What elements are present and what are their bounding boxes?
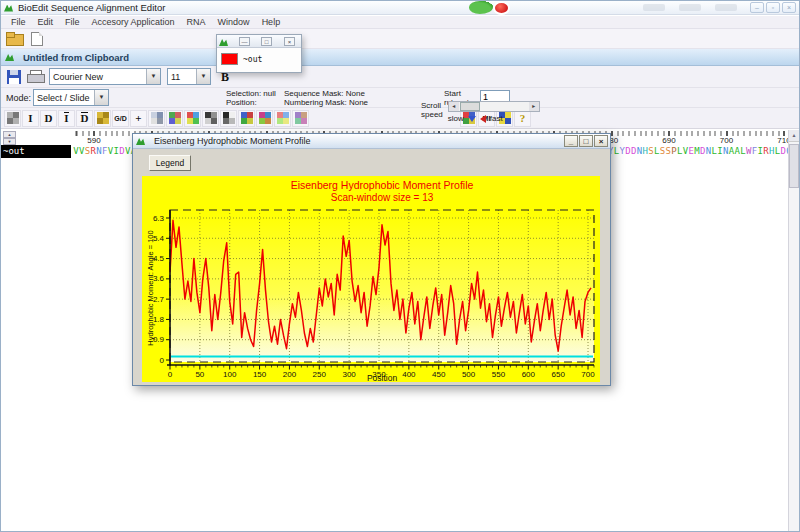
ghost-button <box>643 4 665 11</box>
blue-down-arrow-icon <box>468 116 476 122</box>
series-label: ~out <box>243 55 262 64</box>
profile-chart-svg: 00.91.82.73.64.55.46.3050100150200250300… <box>142 176 600 382</box>
legend-mini-window: — □ × ~out <box>216 34 302 73</box>
svg-text:250: 250 <box>313 370 327 379</box>
chart-title: Eisenberg Hydrophobic Moment Profile <box>291 179 474 191</box>
save-icon[interactable] <box>7 70 21 84</box>
insert-gaps-icon[interactable]: I <box>22 110 39 127</box>
sequence-mask-value: Sequence Mask: None <box>284 89 368 98</box>
menu-file2[interactable]: File <box>59 17 86 27</box>
text-highlight-icon[interactable] <box>256 110 273 127</box>
scroll-speed-slider[interactable]: ◄ ► <box>448 101 540 112</box>
selection-status: Selection: null Position: <box>226 89 276 107</box>
svg-text:6.3: 6.3 <box>153 214 165 223</box>
scroll-speed-label: Scroll speed <box>421 101 443 123</box>
sequence-toolbar: IDIDG/D+MI? <box>1 108 799 129</box>
insert-gaps-above-icon[interactable]: I <box>58 110 75 127</box>
delete-gaps-icon[interactable]: D <box>40 110 57 127</box>
scroll-up-icon[interactable]: ▲ <box>789 130 799 142</box>
menu-edit[interactable]: Edit <box>32 17 60 27</box>
handle-icon[interactable] <box>4 110 21 127</box>
menu-file[interactable]: File <box>5 17 32 27</box>
svg-text:0: 0 <box>160 356 165 365</box>
legend-button[interactable]: Legend <box>149 155 191 171</box>
close-icon[interactable]: × <box>782 2 796 13</box>
mode-statusbar: Mode: Select / Slide ▼ Selection: null P… <box>1 88 799 108</box>
overlay-ghost-toolbar <box>643 1 737 11</box>
document-title: Untitled from Clipboard <box>23 52 129 63</box>
bioedit-logo-icon <box>4 3 14 13</box>
position-value: Position: <box>226 98 276 107</box>
vertical-scrollbar[interactable]: ▲ <box>788 130 799 531</box>
split-spinner[interactable]: ▲ ▼ <box>3 131 16 145</box>
colors-swatch-icon[interactable] <box>238 110 255 127</box>
font-select-value: Courier New <box>50 72 106 82</box>
mode-label: Mode: <box>6 93 31 103</box>
svg-text:150: 150 <box>253 370 267 379</box>
slider-right-arrow-icon[interactable]: ► <box>529 102 539 111</box>
close-icon[interactable]: × <box>284 37 295 46</box>
spin-down-icon[interactable]: ▼ <box>3 138 16 145</box>
nucleotide-colors-icon[interactable] <box>184 110 201 127</box>
menu-help[interactable]: Help <box>256 17 287 27</box>
plot-titlebar[interactable]: Eisenberg Hydrophobic Moment Profile _ □… <box>133 134 610 149</box>
legend-body: ~out <box>217 48 301 72</box>
crosshair-icon[interactable]: + <box>130 110 147 127</box>
menu-window[interactable]: Window <box>212 17 256 27</box>
font-size-value: 11 <box>168 72 183 82</box>
sequence-name[interactable]: ~out <box>1 145 71 158</box>
plot-window: Eisenberg Hydrophobic Moment Profile _ □… <box>132 133 611 386</box>
shade-identities-icon[interactable] <box>202 110 219 127</box>
maximize-icon[interactable]: ▫ <box>766 2 780 13</box>
font-select[interactable]: Courier New ▼ <box>49 68 161 85</box>
menu-accessory-application[interactable]: Accesory Application <box>86 17 181 27</box>
main-toolbar <box>1 29 799 49</box>
spin-up-icon[interactable]: ▲ <box>3 131 16 138</box>
minimize-icon[interactable]: — <box>239 37 250 46</box>
svg-text:0: 0 <box>168 370 173 379</box>
svg-text:500: 500 <box>462 370 476 379</box>
black-white-icon[interactable] <box>220 110 237 127</box>
maximize-icon[interactable]: □ <box>261 37 272 46</box>
close-icon[interactable]: × <box>594 135 608 147</box>
plot-window-title: Eisenberg Hydrophobic Moment Profile <box>154 136 311 146</box>
new-document-icon[interactable] <box>31 32 43 46</box>
slider-left-arrow-icon[interactable]: ◄ <box>449 102 459 111</box>
open-file-icon[interactable] <box>6 32 23 45</box>
font-size-select[interactable]: 11 ▼ <box>167 68 211 85</box>
translate-icon[interactable] <box>166 110 183 127</box>
bioedit-logo-icon <box>219 37 228 46</box>
red-left-arrow-icon <box>480 115 486 123</box>
ghost-button <box>679 4 701 11</box>
mode-select[interactable]: Select / Slide ▼ <box>33 89 109 106</box>
menubar: File Edit File Accesory Application RNA … <box>1 16 799 29</box>
chevron-down-icon[interactable]: ▼ <box>94 90 108 105</box>
svg-text:450: 450 <box>432 370 446 379</box>
chevron-down-icon[interactable]: ▼ <box>196 69 210 84</box>
minimize-icon[interactable]: – <box>750 2 764 13</box>
chevron-down-icon[interactable]: ▼ <box>146 69 160 84</box>
bioedit-app-window: BioEdit Sequence Alignment Editor – ▫ × … <box>0 0 800 532</box>
svg-text:50: 50 <box>195 370 204 379</box>
maximize-icon[interactable]: □ <box>579 135 593 147</box>
annotate-icon[interactable] <box>274 110 291 127</box>
booster-badge-icon[interactable] <box>493 1 510 15</box>
lock-gaps-icon[interactable] <box>94 110 111 127</box>
clipboard-icon[interactable] <box>148 110 165 127</box>
scroll-speed-control: Scroll speed ◄ ► slow fast <box>421 101 540 123</box>
legend-titlebar[interactable]: — □ × <box>217 35 301 48</box>
document-titlebar[interactable]: Untitled from Clipboard <box>1 49 799 66</box>
codon-positions-icon[interactable] <box>292 110 309 127</box>
slider-thumb[interactable] <box>460 102 480 111</box>
svg-text:400: 400 <box>402 370 416 379</box>
minimize-icon[interactable]: _ <box>564 135 578 147</box>
hydrophobic-moment-chart: 00.91.82.73.64.55.46.3050100150200250300… <box>142 176 600 382</box>
x-axis-label: Position <box>367 373 398 383</box>
delete-gaps-above-icon[interactable]: D <box>76 110 93 127</box>
scrollbar-thumb[interactable] <box>789 144 799 188</box>
app-title: BioEdit Sequence Alignment Editor <box>18 2 165 13</box>
menu-rna[interactable]: RNA <box>181 17 212 27</box>
grey-display-icon[interactable]: G/D <box>112 110 129 127</box>
series-color-swatch <box>221 53 238 65</box>
print-icon[interactable] <box>27 70 43 83</box>
